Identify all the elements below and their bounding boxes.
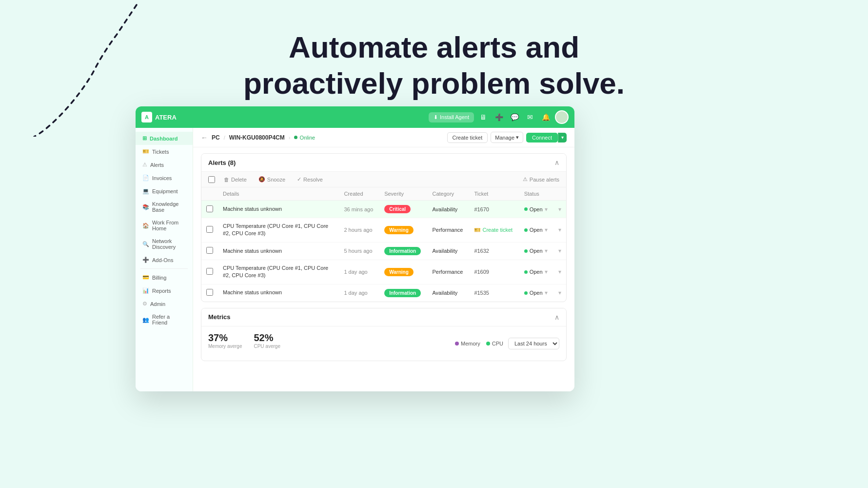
row-expand-button[interactable]: ▾ [558, 268, 561, 275]
status-expand-icon[interactable]: ▾ [545, 206, 548, 213]
logo-box: A [141, 112, 152, 122]
resolve-button[interactable]: ✓ Resolve [294, 175, 326, 184]
row-expand-button[interactable]: ▾ [558, 247, 561, 254]
bell-icon-button[interactable]: 🔔 [539, 111, 552, 123]
pause-alerts-button[interactable]: ⚠ Pause alerts [523, 176, 559, 183]
row-details: Machine status unknown [218, 284, 339, 302]
sidebar-label-equipment: Equipment [152, 188, 178, 194]
legend-memory: Memory [455, 341, 480, 346]
plus-icon-button[interactable]: ➕ [493, 111, 505, 123]
row-expand-button[interactable]: ▾ [558, 226, 561, 233]
memory-stat: 37% Memory averge [208, 332, 242, 349]
refer-icon: 👥 [142, 317, 149, 323]
status-expand-icon[interactable]: ▾ [545, 268, 548, 275]
metrics-stats: 37% Memory averge 52% CPU averge [208, 332, 280, 349]
row-ticket: #1609 [469, 260, 519, 284]
monitor-icon-button[interactable]: 🖥 [477, 111, 490, 123]
sidebar-item-refer[interactable]: 👥 Refer a Friend [136, 310, 193, 329]
status-expand-icon[interactable]: ▾ [545, 226, 548, 233]
chevron-down-icon: ▾ [516, 134, 519, 141]
sidebar-item-reports[interactable]: 📊 Reports [136, 284, 193, 297]
create-ticket-link[interactable]: 🎫 Create ticket [474, 227, 514, 233]
row-created: 2 hours ago [339, 218, 379, 243]
row-created: 1 day ago [339, 260, 379, 284]
time-range-select[interactable]: Last 24 hours Last 7 days Last 30 days [508, 338, 559, 349]
col-details: Details [218, 187, 339, 201]
main-content: ← PC / WIN-KGU0800P4CM › Online Create t… [193, 128, 574, 391]
sidebar-item-admin[interactable]: ⚙ Admin [136, 297, 193, 310]
status-dot [524, 207, 528, 211]
connect-group: Connect ▾ [526, 133, 567, 142]
sidebar-label-admin: Admin [150, 301, 165, 307]
sidebar-item-invoices[interactable]: 📄 Invoices [136, 171, 193, 184]
status-text: Open [530, 227, 543, 233]
download-icon: ⬇ [434, 114, 438, 121]
sidebar-label-wfh: Work From Home [152, 220, 186, 231]
delete-button[interactable]: 🗑 Delete [221, 175, 250, 184]
metrics-legend: Memory CPU [455, 341, 503, 346]
metrics-section: Metrics ∧ 37% Memory averge 52% CPU ave [201, 308, 567, 361]
app-logo: A ATERA [141, 112, 177, 122]
legend-cpu: CPU [486, 341, 503, 346]
row-checkbox[interactable] [206, 268, 213, 275]
manage-button[interactable]: Manage ▾ [491, 132, 523, 143]
connect-button[interactable]: Connect [526, 133, 558, 142]
alerts-section: Alerts (8) ∧ 🗑 Delete 🔕 Snooze ✓ [201, 153, 567, 302]
online-dot [294, 136, 297, 139]
sidebar-item-billing[interactable]: 💳 Billing [136, 271, 193, 284]
sidebar-label-tickets: Tickets [152, 149, 169, 155]
status-text: Online [299, 135, 315, 141]
table-row: CPU Temperature (CPU Core #1, CPU Core #… [201, 218, 566, 243]
row-category: Performance [427, 218, 469, 243]
row-checkbox[interactable] [206, 289, 213, 296]
severity-badge: Critical [384, 205, 411, 213]
row-checkbox[interactable] [206, 205, 213, 212]
sidebar-item-tickets[interactable]: 🎫 Tickets [136, 145, 193, 158]
status-expand-icon[interactable]: ▾ [545, 289, 548, 296]
create-ticket-button[interactable]: Create ticket [447, 132, 488, 143]
back-button[interactable]: ← [201, 134, 208, 142]
cpu-value: 52% [254, 332, 280, 344]
sidebar-item-wfh[interactable]: 🏠 Work From Home [136, 216, 193, 235]
cpu-legend-label: CPU [492, 341, 503, 346]
sidebar-item-alerts[interactable]: ⚠ Alerts [136, 158, 193, 171]
status-expand-icon[interactable]: ▾ [545, 247, 548, 254]
row-checkbox[interactable] [206, 226, 213, 233]
row-expand-button[interactable]: ▾ [558, 206, 561, 213]
sidebar-item-network[interactable]: 🔍 Network Discovery [136, 235, 193, 253]
connect-dropdown-button[interactable]: ▾ [558, 133, 567, 142]
sidebar-item-equipment[interactable]: 💻 Equipment [136, 184, 193, 198]
dashboard-icon: ⊞ [142, 135, 147, 142]
mail-icon-button[interactable]: ✉ [524, 111, 536, 123]
equipment-icon: 💻 [142, 188, 149, 194]
online-status-badge: Online [294, 135, 315, 141]
alerts-table-body: Machine status unknown36 mins agoCritica… [201, 201, 566, 302]
row-expand-button[interactable]: ▾ [558, 289, 561, 296]
install-agent-button[interactable]: ⬇ Install Agent [429, 112, 474, 122]
breadcrumb: PC [212, 134, 220, 141]
sidebar-item-addons[interactable]: ➕ Add-Ons [136, 253, 193, 266]
row-details: CPU Temperature (CPU Core #1, CPU Core #… [218, 218, 339, 243]
col-ticket: Ticket [469, 187, 519, 201]
reports-icon: 📊 [142, 287, 149, 294]
logo-text: ATERA [155, 114, 177, 121]
severity-badge: Information [384, 289, 421, 297]
col-status: Status [519, 187, 553, 201]
row-ticket: #1535 [469, 284, 519, 302]
row-checkbox[interactable] [206, 247, 213, 254]
col-created: Created [339, 187, 379, 201]
avatar[interactable] [555, 110, 569, 124]
cpu-stat: 52% CPU averge [254, 332, 280, 349]
chat-icon-button[interactable]: 💬 [508, 111, 521, 123]
select-all-checkbox[interactable] [208, 176, 215, 183]
sidebar-item-dashboard[interactable]: ⊞ Dashboard [136, 132, 193, 145]
snooze-button[interactable]: 🔕 Snooze [256, 175, 288, 184]
alerts-collapse-button[interactable]: ∧ [554, 159, 559, 166]
metrics-collapse-button[interactable]: ∧ [554, 313, 559, 321]
row-category: Availability [427, 242, 469, 260]
hero-section: Automate alerts and proactively problem … [0, 29, 868, 102]
sidebar-item-knowledge[interactable]: 📚 Knowledge Base [136, 198, 193, 216]
hero-line2: proactively problem solve. [243, 66, 625, 100]
app-body: ⊞ Dashboard 🎫 Tickets ⚠ Alerts 📄 Invoice… [136, 128, 574, 391]
sidebar-label-alerts: Alerts [150, 162, 164, 168]
